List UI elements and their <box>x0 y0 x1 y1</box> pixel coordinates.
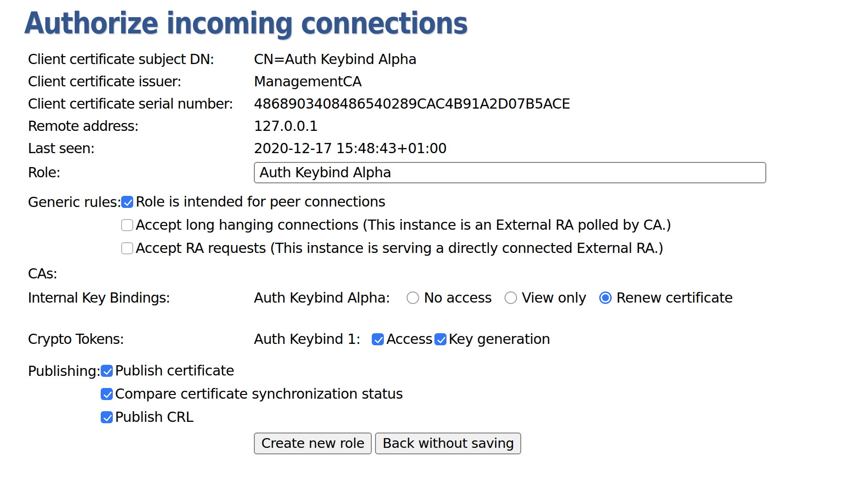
checkbox-label: Publish certificate <box>115 362 234 379</box>
field-value: 2020-12-17 15:48:43+01:00 <box>254 140 446 156</box>
option-publish-crl: Publish CRL <box>101 406 404 429</box>
accept-ra-requests-checkbox[interactable] <box>121 242 133 254</box>
peer-connections-checkbox[interactable] <box>121 196 133 208</box>
radio-label: View only <box>522 290 586 306</box>
field-label: Remote address: <box>28 118 254 134</box>
publish-crl-checkbox[interactable] <box>101 411 113 423</box>
key-binding-name: Auth Keybind Alpha: <box>254 290 390 306</box>
authorize-incoming-connections-page: Authorize incoming connections Client ce… <box>0 0 867 454</box>
section-publishing: Publishing: Publish certificate Compare … <box>28 359 867 429</box>
form-actions: Create new role Back without saving <box>254 433 867 454</box>
checkbox-label: Role is intended for peer connections <box>136 194 385 210</box>
crypto-tokens-label: Crypto Tokens: <box>28 331 254 347</box>
option-accept-ra-requests: Accept RA requests (This instance is ser… <box>121 237 672 260</box>
field-label: Client certificate issuer: <box>28 73 254 90</box>
row-internal-key-bindings: Internal Key Bindings: Auth Keybind Alph… <box>28 285 867 311</box>
publishing-label: Publishing: <box>28 363 101 379</box>
checkbox-label: Accept long hanging connections (This in… <box>136 217 671 233</box>
no-access-radio[interactable] <box>407 291 419 304</box>
row-client-issuer: Client certificate issuer: ManagementCA <box>28 71 867 93</box>
checkbox-label: Accept RA requests (This instance is ser… <box>136 240 663 256</box>
checkbox-label: Publish CRL <box>115 409 193 425</box>
checkbox-label: Compare certificate synchronization stat… <box>115 386 403 402</box>
row-cas: CAs: <box>28 263 867 285</box>
row-client-subject-dn: Client certificate subject DN: CN=Auth K… <box>28 48 867 71</box>
generic-rules-label: Generic rules: <box>28 194 121 210</box>
field-value: CN=Auth Keybind Alpha <box>254 51 416 67</box>
back-without-saving-button[interactable]: Back without saving <box>375 433 521 454</box>
create-new-role-button[interactable]: Create new role <box>254 433 372 454</box>
option-compare-sync-status: Compare certificate synchronization stat… <box>101 382 404 406</box>
internal-key-bindings-label: Internal Key Bindings: <box>28 290 254 306</box>
field-label: Last seen: <box>28 140 254 156</box>
row-role: Role: <box>28 160 867 186</box>
page-title: Authorize incoming connections <box>24 6 757 41</box>
row-last-seen: Last seen: 2020-12-17 15:48:43+01:00 <box>28 137 867 160</box>
compare-sync-status-checkbox[interactable] <box>101 388 113 400</box>
cas-label: CAs: <box>28 265 254 282</box>
authorization-form: Client certificate subject DN: CN=Auth K… <box>28 48 867 454</box>
role-label: Role: <box>28 164 254 181</box>
crypto-token-name: Auth Keybind 1: <box>254 331 360 347</box>
row-crypto-tokens: Crypto Tokens: Auth Keybind 1: Access Ke… <box>28 328 867 351</box>
long-hanging-connections-checkbox[interactable] <box>121 219 133 231</box>
option-long-hanging-connections: Accept long hanging connections (This in… <box>121 213 672 237</box>
key-generation-checkbox[interactable] <box>434 333 446 345</box>
radio-label: Renew certificate <box>616 290 733 306</box>
field-value: 4868903408486540289CAC4B91A2D07B5ACE <box>254 96 570 112</box>
renew-certificate-radio[interactable] <box>599 291 612 304</box>
crypto-access-checkbox[interactable] <box>372 333 384 345</box>
checkbox-label: Access <box>386 331 432 347</box>
option-peer-connections: Role is intended for peer connections <box>121 190 672 213</box>
field-value: ManagementCA <box>254 73 362 90</box>
field-label: Client certificate subject DN: <box>28 51 254 67</box>
checkbox-label: Key generation <box>449 331 550 347</box>
role-name-input[interactable] <box>254 162 766 183</box>
field-label: Client certificate serial number: <box>28 96 254 112</box>
field-value: 127.0.0.1 <box>254 118 318 134</box>
option-publish-certificate: Publish certificate <box>101 359 404 382</box>
row-remote-address: Remote address: 127.0.0.1 <box>28 115 867 137</box>
view-only-radio[interactable] <box>505 291 517 304</box>
section-generic-rules: Generic rules: Role is intended for peer… <box>28 190 867 260</box>
radio-label: No access <box>424 290 492 306</box>
publish-certificate-checkbox[interactable] <box>101 365 113 377</box>
row-client-serial-number: Client certificate serial number: 486890… <box>28 93 867 115</box>
